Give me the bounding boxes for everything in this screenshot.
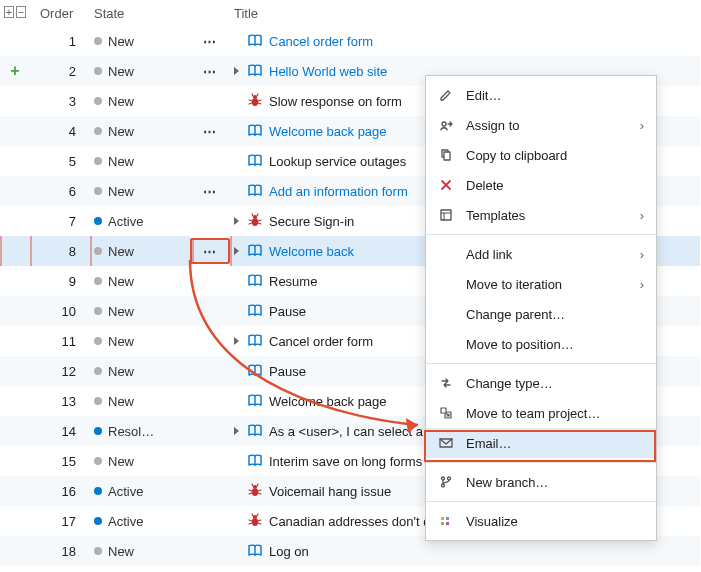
menu-separator: [426, 234, 656, 235]
work-item-title[interactable]: Interim save on long forms: [269, 454, 422, 469]
menu-separator: [426, 501, 656, 502]
work-item-title[interactable]: Add an information form: [269, 184, 408, 199]
row-actions-button: [190, 86, 230, 116]
work-item-title[interactable]: Pause: [269, 364, 306, 379]
state-cell: Resol…: [90, 416, 190, 446]
move-icon: [438, 405, 454, 421]
work-item-title[interactable]: Welcome back: [269, 244, 354, 259]
user-story-icon: [247, 273, 263, 289]
menu-item-label: Change parent…: [466, 307, 565, 322]
work-item-title[interactable]: Cancel order form: [269, 34, 373, 49]
row-gutter: [0, 416, 30, 446]
menu-item-templates[interactable]: Templates›: [426, 200, 656, 230]
menu-item-copy-to-clipboard[interactable]: Copy to clipboard: [426, 140, 656, 170]
row-actions-button[interactable]: ⋯: [190, 56, 230, 86]
row-actions-button[interactable]: ⋯: [190, 26, 230, 56]
state-label: New: [108, 274, 134, 289]
add-child-icon[interactable]: +: [10, 62, 19, 80]
expand-chevron-icon[interactable]: [234, 67, 239, 75]
bug-icon: [247, 483, 263, 499]
state-indicator-icon: [94, 487, 102, 495]
svg-rect-1: [446, 517, 449, 520]
work-item-title[interactable]: Secure Sign-in: [269, 214, 354, 229]
state-cell: Active: [90, 206, 190, 236]
state-label: New: [108, 454, 134, 469]
menu-item-change-parent[interactable]: Change parent…: [426, 299, 656, 329]
state-label: New: [108, 64, 134, 79]
menu-item-new-branch[interactable]: New branch…: [426, 467, 656, 497]
menu-item-edit[interactable]: Edit…: [426, 80, 656, 110]
edit-icon: [438, 87, 454, 103]
svg-rect-2: [441, 522, 444, 525]
order-cell: 4: [30, 116, 90, 146]
header-expand-controls[interactable]: + −: [0, 0, 30, 26]
work-item-title[interactable]: Log on: [269, 544, 309, 559]
bug-icon: [247, 213, 263, 229]
state-label: New: [108, 304, 134, 319]
order-cell: 1: [30, 26, 90, 56]
order-cell: 17: [30, 506, 90, 536]
row-actions-button[interactable]: ⋯: [190, 238, 230, 264]
user-story-icon: [247, 183, 263, 199]
order-cell: 18: [30, 536, 90, 566]
order-cell: 13: [30, 386, 90, 416]
work-item-title[interactable]: Resume: [269, 274, 317, 289]
state-indicator-icon: [94, 277, 102, 285]
order-cell: 16: [30, 476, 90, 506]
menu-item-delete[interactable]: Delete: [426, 170, 656, 200]
state-cell: New: [90, 266, 190, 296]
state-indicator-icon: [94, 247, 102, 255]
menu-item-visualize[interactable]: Visualize: [426, 506, 656, 536]
state-label: Resol…: [108, 424, 154, 439]
menu-item-move-to-team-project[interactable]: Move to team project…: [426, 398, 656, 428]
row-actions-button[interactable]: ⋯: [190, 176, 230, 206]
column-title[interactable]: Title: [230, 0, 700, 26]
work-item-title[interactable]: Welcome back page: [269, 394, 387, 409]
work-item-title[interactable]: Lookup service outages: [269, 154, 406, 169]
work-item-title[interactable]: Welcome back page: [269, 124, 387, 139]
state-label: New: [108, 34, 134, 49]
column-order[interactable]: Order: [30, 0, 90, 26]
menu-item-change-type[interactable]: Change type…: [426, 368, 656, 398]
svg-rect-3: [446, 522, 449, 525]
work-item-title[interactable]: Voicemail hang issue: [269, 484, 391, 499]
row-gutter: [0, 506, 30, 536]
column-state[interactable]: State: [90, 0, 190, 26]
row-actions-button: [190, 266, 230, 296]
menu-item-add-link[interactable]: Add link›: [426, 239, 656, 269]
expand-chevron-icon[interactable]: [234, 337, 239, 345]
menu-item-move-to-iteration[interactable]: Move to iteration›: [426, 269, 656, 299]
row-actions-button: [190, 326, 230, 356]
state-label: Active: [108, 214, 143, 229]
expand-chevron-icon[interactable]: [234, 427, 239, 435]
work-item-title[interactable]: Slow response on form: [269, 94, 402, 109]
work-item-title[interactable]: Hello World web site: [269, 64, 387, 79]
state-cell: New: [90, 296, 190, 326]
work-item-title[interactable]: Pause: [269, 304, 306, 319]
menu-item-email[interactable]: Email…: [426, 428, 656, 458]
work-item-title[interactable]: Cancel order form: [269, 334, 373, 349]
row-gutter: [0, 236, 30, 266]
state-indicator-icon: [94, 517, 102, 525]
row-actions-button[interactable]: ⋯: [190, 116, 230, 146]
order-cell: 5: [30, 146, 90, 176]
collapse-all-icon[interactable]: −: [16, 6, 26, 18]
expand-chevron-icon[interactable]: [234, 217, 239, 225]
state-label: New: [108, 94, 134, 109]
expand-all-icon[interactable]: +: [4, 6, 14, 18]
user-story-icon: [247, 423, 263, 439]
menu-item-move-to-position[interactable]: Move to position…: [426, 329, 656, 359]
state-cell: Active: [90, 506, 190, 536]
state-cell: New: [90, 116, 190, 146]
row-gutter: [0, 86, 30, 116]
submenu-chevron-icon: ›: [640, 118, 644, 133]
state-indicator-icon: [94, 217, 102, 225]
title-cell[interactable]: Cancel order form: [230, 26, 700, 56]
menu-item-assign-to[interactable]: Assign to›: [426, 110, 656, 140]
svg-rect-0: [441, 517, 444, 520]
order-cell: 12: [30, 356, 90, 386]
user-story-icon: [247, 63, 263, 79]
expand-chevron-icon[interactable]: [234, 247, 239, 255]
state-label: New: [108, 334, 134, 349]
row-actions-button: [190, 356, 230, 386]
